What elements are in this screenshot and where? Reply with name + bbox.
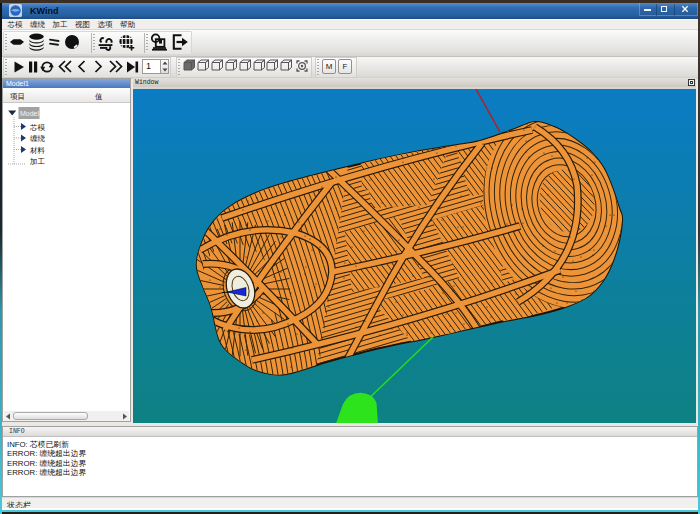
svg-text:Model: Model xyxy=(20,110,40,117)
svg-text:芯模: 芯模 xyxy=(30,123,46,132)
svg-text:材料: 材料 xyxy=(30,146,46,155)
svg-text:缠绕: 缠绕 xyxy=(30,134,46,143)
svg-text:加工: 加工 xyxy=(29,157,46,166)
